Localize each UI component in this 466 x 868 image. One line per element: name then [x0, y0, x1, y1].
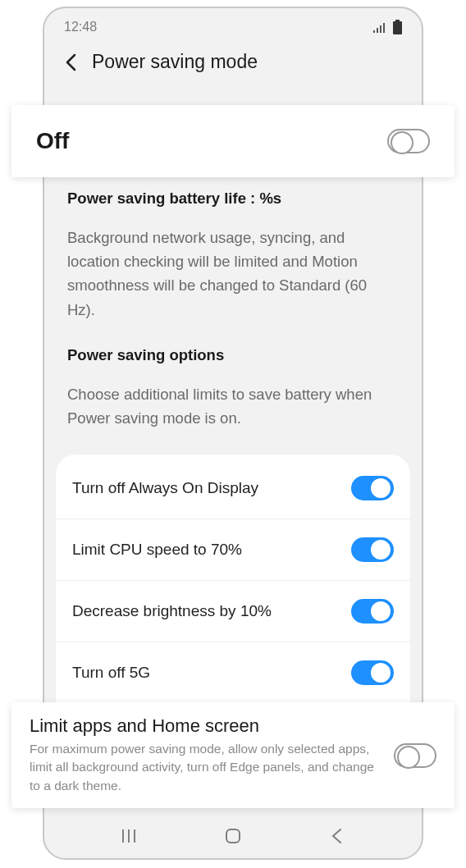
svg-rect-1	[377, 28, 378, 33]
home-button[interactable]	[224, 827, 242, 848]
battery-icon	[393, 20, 402, 34]
main-toggle-card[interactable]: Off	[11, 105, 455, 177]
battery-info-section: Power saving battery life : %s Backgroun…	[44, 190, 422, 430]
back-nav-button[interactable]	[328, 827, 346, 848]
status-time: 12:48	[64, 20, 97, 34]
status-right	[373, 20, 402, 34]
svg-rect-4	[395, 20, 400, 21]
limit-title: Limit apps and Home screen	[30, 715, 379, 737]
svg-rect-5	[393, 21, 402, 34]
option-label: Turn off 5G	[72, 664, 150, 682]
option-label: Limit CPU speed to 70%	[72, 541, 242, 559]
options-description: Choose additional limits to save battery…	[67, 382, 399, 430]
toggle-cpu[interactable]	[351, 537, 394, 562]
battery-info-heading: Power saving battery life : %s	[67, 190, 399, 208]
signal-icon	[373, 21, 388, 33]
limit-text: Limit apps and Home screen For maximum p…	[30, 715, 379, 795]
battery-info-description: Background network usage, syncing, and l…	[67, 226, 399, 322]
toggle-5g[interactable]	[351, 660, 394, 685]
page-title: Power saving mode	[92, 51, 258, 73]
limit-apps-card[interactable]: Limit apps and Home screen For maximum p…	[11, 702, 455, 808]
option-label: Decrease brightness by 10%	[72, 602, 272, 620]
svg-rect-2	[380, 25, 381, 33]
main-toggle[interactable]	[387, 129, 430, 153]
options-heading: Power saving options	[67, 346, 399, 364]
recents-button[interactable]	[120, 827, 138, 848]
main-toggle-label: Off	[36, 128, 69, 154]
svg-rect-9	[226, 829, 240, 843]
option-row-5g[interactable]: Turn off 5G	[56, 642, 410, 703]
option-row-cpu[interactable]: Limit CPU speed to 70%	[56, 519, 410, 581]
toggle-brightness[interactable]	[351, 599, 394, 624]
option-row-aod[interactable]: Turn off Always On Display	[56, 458, 410, 519]
status-bar: 12:48	[44, 8, 422, 39]
limit-toggle[interactable]	[394, 743, 436, 768]
header: Power saving mode	[44, 39, 422, 88]
svg-rect-0	[373, 30, 375, 33]
option-row-brightness[interactable]: Decrease brightness by 10%	[56, 581, 410, 642]
svg-rect-3	[383, 23, 385, 33]
limit-description: For maximum power saving mode, allow onl…	[30, 740, 379, 795]
toggle-aod[interactable]	[351, 476, 394, 500]
nav-bar	[44, 822, 422, 853]
option-label: Turn off Always On Display	[72, 479, 258, 497]
back-button[interactable]	[61, 53, 80, 72]
